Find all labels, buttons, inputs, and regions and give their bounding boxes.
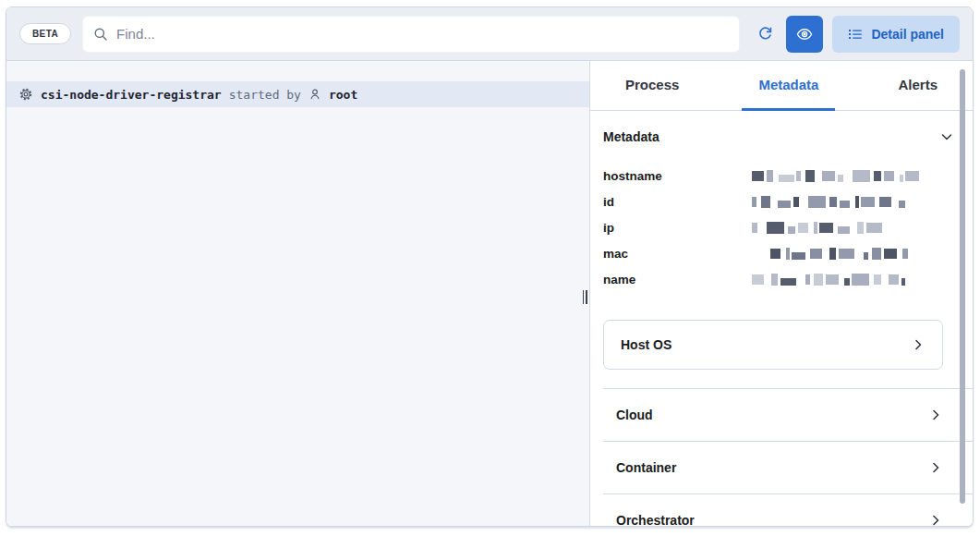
tab-alerts[interactable]: Alerts <box>881 61 954 111</box>
session-view-window: BETA <box>6 6 974 527</box>
process-tree-panel: csi-node-driver-registrar started by roo… <box>6 61 590 526</box>
panel-resize-handle[interactable] <box>581 289 588 304</box>
redacted-value <box>752 169 943 182</box>
search-box[interactable] <box>82 16 740 53</box>
process-name: csi-node-driver-registrar <box>41 88 222 102</box>
field-label: hostname <box>603 169 752 183</box>
chevron-down-icon <box>939 129 954 144</box>
accordion-label: Orchestrator <box>616 513 695 526</box>
toolbar: BETA <box>6 7 973 61</box>
gear-icon <box>18 87 33 102</box>
detail-panel-button-label: Detail panel <box>871 27 944 42</box>
chevron-right-icon <box>928 460 943 475</box>
host-os-label: Host OS <box>621 337 671 352</box>
redacted-value <box>752 247 943 260</box>
redacted-value <box>752 273 943 286</box>
field-label: id <box>603 195 752 209</box>
tab-process[interactable]: Process <box>609 61 696 111</box>
field-label: mac <box>603 247 752 261</box>
metadata-tab-content: Metadata hostname id <box>590 111 973 526</box>
eye-icon <box>796 26 813 43</box>
metadata-field-row: ip <box>603 214 943 240</box>
started-by-text: started by <box>229 88 301 102</box>
search-input[interactable] <box>116 26 729 42</box>
redacted-value <box>752 221 943 234</box>
metadata-accordion-header[interactable]: Metadata <box>603 129 973 144</box>
chevron-right-icon <box>911 337 926 352</box>
redacted-value <box>752 195 943 208</box>
metadata-field-row: name <box>603 266 943 292</box>
accordion-cloud[interactable]: Cloud <box>603 388 973 441</box>
accordion-label: Cloud <box>616 408 653 422</box>
detail-tabs: Process Metadata Alerts <box>590 61 973 111</box>
user-icon <box>309 88 321 101</box>
metadata-fields: hostname id ip mac <box>603 163 973 292</box>
detail-panel-button[interactable]: Detail panel <box>832 16 960 53</box>
metadata-section-title: Metadata <box>603 129 659 144</box>
chevron-right-icon <box>928 408 943 422</box>
user-name: root <box>329 88 357 102</box>
list-icon <box>848 27 863 42</box>
field-label: ip <box>603 221 752 235</box>
refresh-icon <box>757 26 773 42</box>
accordion-label: Container <box>616 460 676 475</box>
accordion-orchestrator[interactable]: Orchestrator <box>603 493 973 526</box>
beta-badge: BETA <box>19 23 71 44</box>
toggle-visibility-button[interactable] <box>786 16 823 53</box>
search-icon <box>93 27 108 42</box>
detail-panel: Process Metadata Alerts Metadata <box>590 61 973 526</box>
refresh-button[interactable] <box>747 16 782 53</box>
accordion-container[interactable]: Container <box>603 441 973 493</box>
metadata-field-row: id <box>603 189 943 214</box>
tab-metadata[interactable]: Metadata <box>742 61 835 111</box>
field-label: name <box>603 273 752 286</box>
scrollbar-thumb[interactable] <box>960 69 965 504</box>
process-tree-row[interactable]: csi-node-driver-registrar started by roo… <box>6 81 589 107</box>
metadata-accordions: Cloud Container <box>603 388 973 526</box>
metadata-field-row: mac <box>603 240 943 266</box>
chevron-right-icon <box>928 513 943 526</box>
session-view-app: BETA <box>0 0 980 536</box>
metadata-field-row: hostname <box>603 163 943 189</box>
main-body: csi-node-driver-registrar started by roo… <box>6 61 973 526</box>
host-os-card[interactable]: Host OS <box>603 320 943 370</box>
